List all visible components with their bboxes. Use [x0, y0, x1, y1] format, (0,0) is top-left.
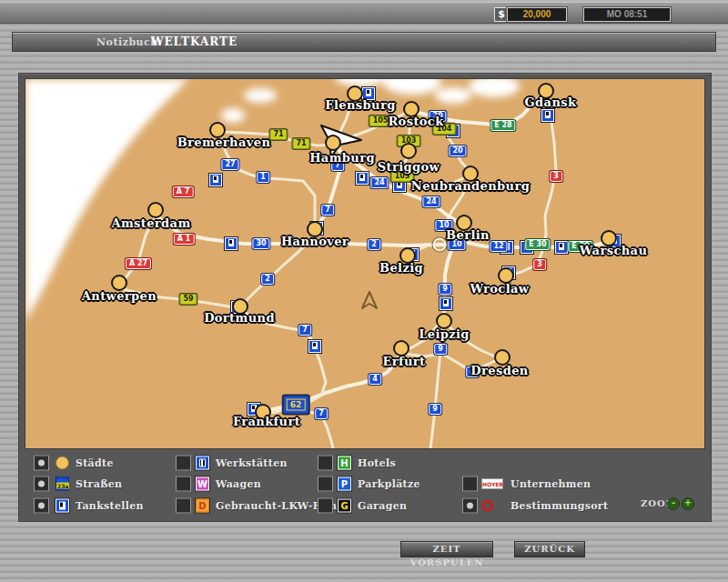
legend-label-parkplaetze: Parkplätze	[358, 478, 420, 490]
legend-checkbox-hotels[interactable]	[318, 456, 333, 471]
dealer-icon: D	[196, 499, 209, 513]
legend-icon-holder: H	[338, 457, 351, 470]
fuel-station-icon	[308, 340, 321, 353]
legend-icon-holder	[56, 457, 69, 470]
legend-icon-holder: W	[196, 477, 209, 491]
legend-checkbox-parkplaetze[interactable]	[318, 477, 333, 492]
city-label: Belzig	[379, 261, 423, 275]
map-markers-layer: 2717724242020302210101299944777171105104…	[25, 79, 704, 448]
fast-forward-time-button[interactable]: ZEIT VORSPULEN	[400, 541, 493, 557]
legend-label-unternehmen: Unternehmen	[511, 478, 591, 490]
zoom-in-button[interactable]: +	[682, 497, 694, 510]
legend-checkbox-bestimmungsort[interactable]	[462, 498, 478, 514]
city-label: Antwerpen	[82, 289, 157, 303]
map-panel: 2717724242020302210101299944777171105104…	[18, 73, 712, 522]
legend-label-staedte: Städte	[76, 457, 114, 469]
city-label: Warschau	[580, 244, 648, 257]
city-label: Gdansk	[525, 95, 577, 109]
money-display: 20,000	[507, 7, 567, 22]
top-status-bar: $ 20,000 MO 08:51	[0, 2, 728, 24]
weltkarte-screen: { "topbar": {"currency_symbol": "$", "mo…	[0, 0, 728, 582]
parking-icon: P	[338, 477, 351, 491]
road-icon: 23a	[56, 477, 69, 491]
road-sign: 71	[292, 138, 309, 149]
page-title: WELTKARTE	[151, 35, 238, 48]
road-sign: 9	[439, 284, 451, 295]
road-sign: 7	[315, 408, 328, 419]
road-sign: 3	[533, 259, 546, 270]
time-display: MO 08:51	[583, 7, 671, 22]
legend-icon-holder: P	[338, 477, 351, 491]
garage-icon: G	[338, 499, 351, 513]
checkbox-dot	[467, 503, 473, 509]
road-sign: 30	[252, 238, 269, 249]
city-label: Wroclaw	[470, 282, 530, 296]
fuel-station-icon	[555, 241, 568, 254]
road-sign: 9	[429, 404, 441, 415]
road-sign: A 1	[174, 234, 195, 245]
legend-checkbox-gebraucht-lkw[interactable]	[176, 498, 191, 514]
road-sign: 71	[269, 129, 287, 140]
checkbox-dot	[38, 460, 45, 467]
road-sign: A 27	[126, 258, 151, 269]
road-sign: 2	[368, 239, 380, 250]
city-label: Hannover	[281, 235, 349, 248]
map-legend: Städte23aStraßenTankstellenWerkstättenWW…	[19, 448, 711, 521]
legend-label-strassen: Straßen	[76, 478, 122, 490]
legend-icon-holder: D	[196, 499, 209, 513]
city-label: Dortmund	[204, 311, 275, 325]
city-icon	[56, 457, 69, 470]
legend-icon-holder	[56, 499, 69, 513]
city-label: Dresden	[470, 364, 528, 377]
city-label: Frankfurt	[233, 415, 300, 428]
city-label: Bremerhaven	[177, 135, 271, 149]
notebook-header-bar: Notizbuch: WELTKARTE	[12, 32, 716, 52]
road-sign: 24	[422, 196, 440, 207]
checkbox-dot	[38, 503, 45, 509]
legend-icon-holder	[196, 457, 209, 470]
junction-ring-icon	[433, 238, 447, 252]
city-label: Striggow	[378, 160, 440, 174]
road-sign: 24	[370, 177, 388, 188]
legend-checkbox-strassen[interactable]	[34, 477, 49, 492]
fuel-station-icon	[356, 172, 369, 185]
fuel-station-icon	[541, 109, 554, 122]
city-label: Flensburg	[325, 98, 395, 112]
destination-icon	[481, 500, 493, 512]
legend-checkbox-unternehmen[interactable]	[462, 477, 478, 492]
road-sign: E 30	[525, 239, 550, 250]
legend-label-garagen: Garagen	[358, 500, 407, 512]
fuel-station-icon	[225, 237, 238, 250]
legend-icon-holder: HOYER	[481, 478, 503, 489]
city-label: Leipzig	[419, 327, 470, 341]
zoom-out-button[interactable]: -	[667, 497, 680, 510]
fuel-station-icon	[440, 297, 452, 310]
legend-checkbox-staedte[interactable]	[34, 456, 49, 471]
road-sign: E 28	[490, 120, 515, 131]
road-sign: 59	[179, 294, 197, 305]
fuel-station-icon	[209, 174, 222, 186]
road-sign: 27	[221, 159, 238, 170]
legend-checkbox-werkstaetten[interactable]	[176, 456, 191, 471]
legend-icon-holder: 23a	[56, 477, 69, 491]
road-sign: 1	[257, 172, 269, 183]
city-marker[interactable]	[400, 143, 417, 159]
city-label: Erfurt	[382, 355, 425, 368]
legend-label-tankstellen: Tankstellen	[76, 500, 144, 512]
company-icon: HOYER	[481, 478, 503, 489]
legend-label-werkstaetten: Werkstätten	[216, 457, 288, 469]
back-button[interactable]: ZURÜCK	[514, 541, 585, 557]
world-map[interactable]: 2717724242020302210101299944777171105104…	[25, 78, 705, 449]
fuel-icon	[56, 499, 69, 513]
city-marker[interactable]	[325, 135, 341, 151]
city-label: Berlin	[446, 228, 490, 242]
checkbox-dot	[38, 481, 45, 487]
legend-checkbox-garagen[interactable]	[318, 498, 333, 514]
legend-checkbox-waagen[interactable]	[176, 477, 191, 492]
road-sign: 9	[434, 344, 447, 355]
legend-checkbox-tankstellen[interactable]	[34, 498, 49, 514]
road-sign: A 7	[173, 186, 194, 197]
city-label: Neubrandenburg	[411, 179, 530, 193]
road-sign: 4	[369, 374, 381, 385]
legend-icon-holder	[481, 500, 493, 512]
